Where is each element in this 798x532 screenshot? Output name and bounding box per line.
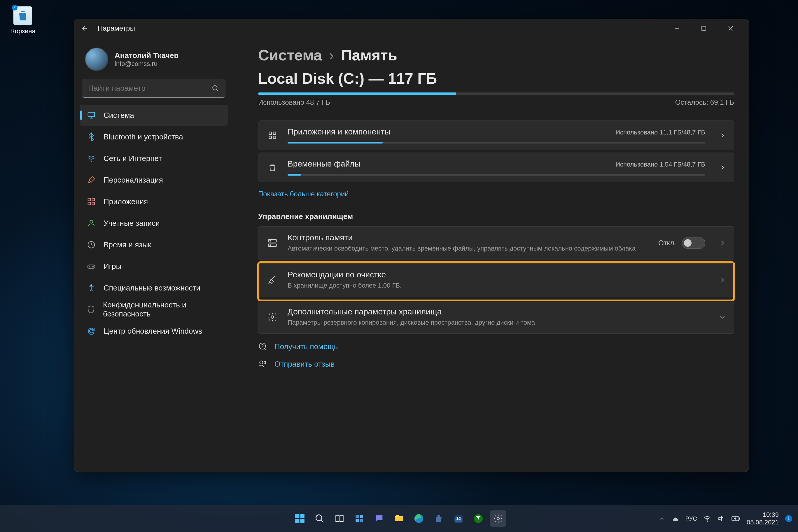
svg-point-2 — [213, 86, 217, 90]
svg-rect-1 — [702, 26, 706, 30]
search-button[interactable] — [311, 510, 328, 527]
svg-point-9 — [90, 220, 93, 223]
svg-point-42 — [707, 521, 708, 521]
category-row-0[interactable]: Приложения и компоненты Использовано 11,… — [258, 120, 734, 150]
tray-wifi-icon[interactable] — [703, 515, 711, 522]
highlight-box: Рекомендации по очистке В хранилище дост… — [258, 262, 734, 300]
help-icon — [258, 342, 267, 351]
store-button[interactable] — [431, 510, 447, 527]
settings-button[interactable] — [490, 510, 506, 527]
task-view-button[interactable] — [331, 510, 348, 527]
category-bar — [288, 174, 705, 176]
maximize-button[interactable] — [690, 20, 717, 37]
gear-icon — [267, 312, 278, 322]
sidebar-item-3[interactable]: Персонализация — [80, 169, 228, 190]
broom-icon — [267, 275, 278, 285]
svg-point-4 — [91, 161, 92, 162]
sidebar-item-7[interactable]: Игры — [80, 256, 228, 277]
monitor-icon — [87, 111, 96, 120]
svg-point-20 — [270, 240, 271, 241]
search-input[interactable] — [88, 84, 212, 93]
trash-icon — [267, 163, 278, 172]
sidebar-item-label: Приложения — [103, 197, 148, 206]
get-help-link[interactable]: Получить помощь — [258, 342, 734, 351]
svg-rect-14 — [269, 132, 272, 135]
tray-onedrive-icon[interactable] — [671, 515, 679, 522]
tray-clock[interactable]: 10:39 05.08.2021 — [747, 511, 779, 527]
game-icon — [87, 262, 96, 271]
calendar-badge: 12 — [456, 516, 461, 521]
sidebar-item-10[interactable]: Центр обновления Windows — [80, 321, 228, 342]
edge-button[interactable] — [411, 510, 427, 527]
advanced-storage-row[interactable]: Дополнительные параметры хранилища Парам… — [258, 300, 734, 334]
category-bar — [288, 142, 705, 144]
sidebar-item-6[interactable]: Время и язык — [80, 234, 228, 255]
svg-point-29 — [316, 515, 322, 520]
search-icon — [212, 84, 219, 92]
xbox-button[interactable] — [470, 510, 487, 527]
back-button[interactable] — [79, 22, 91, 34]
cleanup-recommendations-row[interactable]: Рекомендации по очистке В хранилище дост… — [258, 263, 734, 297]
category-usage: Использовано 1,54 ГБ/48,7 ГБ — [615, 161, 705, 168]
tray-chevron-icon[interactable] — [659, 516, 665, 521]
desktop-icon-recycle-bin[interactable]: ✓ Корзина — [11, 6, 34, 35]
tray-battery-icon[interactable] — [732, 516, 740, 521]
titlebar: Параметры — [74, 19, 749, 38]
bluetooth-icon — [87, 132, 96, 141]
close-button[interactable] — [717, 20, 744, 37]
breadcrumb-current: Память — [341, 46, 397, 64]
svg-point-21 — [270, 245, 271, 246]
sidebar-item-label: Персонализация — [103, 176, 163, 185]
svg-rect-30 — [336, 516, 339, 521]
update-icon — [87, 326, 96, 336]
breadcrumb: Система › Память — [258, 46, 734, 64]
storage-sense-toggle[interactable] — [682, 237, 705, 249]
svg-rect-27 — [295, 519, 299, 523]
tray-language[interactable]: РУС — [685, 515, 697, 522]
svg-rect-15 — [273, 132, 276, 135]
svg-rect-16 — [269, 136, 272, 139]
sidebar-item-label: Специальные возможности — [103, 284, 201, 292]
chat-button[interactable] — [371, 510, 387, 527]
chevron-right-icon — [719, 164, 726, 171]
storage-sense-sub: Автоматически освободить место, удалить … — [288, 244, 649, 253]
disk-usage-bar — [258, 93, 734, 95]
breadcrumb-system[interactable]: Система — [258, 46, 322, 64]
sidebar-item-label: Центр обновления Windows — [103, 327, 202, 336]
start-button[interactable] — [292, 510, 308, 527]
sidebar-item-5[interactable]: Учетные записи — [80, 213, 228, 234]
sidebar-item-4[interactable]: Приложения — [80, 191, 228, 212]
svg-point-24 — [260, 361, 263, 364]
svg-rect-44 — [739, 518, 740, 519]
category-row-1[interactable]: Временные файлы Использовано 1,54 ГБ/48,… — [258, 153, 734, 182]
search-box[interactable] — [82, 79, 226, 98]
sidebar: Анатолий Ткачев info@comss.ru СистемаBlu… — [74, 38, 232, 472]
sidebar-item-2[interactable]: Сеть и Интернет — [80, 148, 228, 169]
sidebar-item-9[interactable]: Конфиденциальность и безопасность — [80, 299, 228, 320]
show-more-categories-link[interactable]: Показать больше категорий — [258, 190, 349, 198]
feedback-icon — [258, 359, 267, 369]
desktop-icon-label: Корзина — [11, 27, 34, 35]
minimize-button[interactable] — [664, 20, 690, 37]
storage-sense-row[interactable]: Контроль памяти Автоматически освободить… — [258, 226, 734, 260]
sidebar-item-0[interactable]: Система — [80, 105, 228, 126]
check-badge-icon: ✓ — [12, 5, 18, 11]
explorer-button[interactable] — [391, 510, 407, 527]
sidebar-item-8[interactable]: Специальные возможности — [80, 278, 228, 298]
storage-icon — [267, 238, 278, 248]
sidebar-item-label: Система — [103, 111, 134, 120]
cleanup-title: Рекомендации по очистке — [288, 270, 705, 280]
tray-notification-badge[interactable]: 1 — [785, 515, 792, 522]
widgets-button[interactable] — [351, 510, 367, 527]
user-profile[interactable]: Анатолий Ткачев info@comss.ru — [78, 45, 229, 79]
feedback-link[interactable]: Отправить отзыв — [258, 359, 734, 369]
svg-rect-28 — [300, 519, 304, 523]
advanced-title: Дополнительные параметры хранилища — [288, 307, 705, 317]
sidebar-item-1[interactable]: Bluetooth и устройства — [80, 126, 228, 147]
wifi-icon — [87, 154, 96, 163]
tray-volume-icon[interactable] — [718, 515, 725, 522]
settings-window: Параметры Анатолий Ткачев info@comss.ru — [74, 19, 749, 472]
svg-rect-36 — [395, 517, 403, 521]
storage-management-header: Управление хранилищем — [258, 212, 734, 221]
calendar-button[interactable]: 12 — [450, 510, 467, 527]
